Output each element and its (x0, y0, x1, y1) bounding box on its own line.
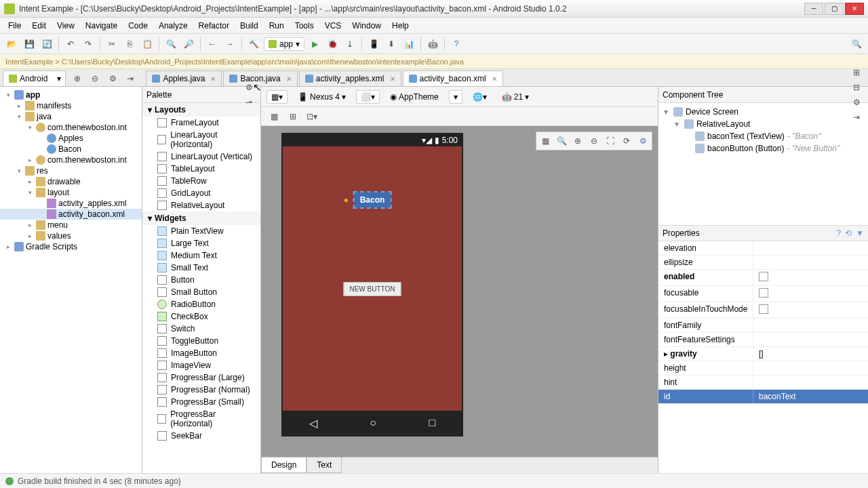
forward-icon[interactable]: → (222, 37, 237, 52)
zoom-fit-icon[interactable]: ⛶ (603, 134, 618, 148)
menu-edit[interactable]: Edit (26, 19, 52, 33)
palette-small-text[interactable]: Small Text (142, 262, 260, 274)
zoom-in-icon[interactable]: ⊕ (570, 134, 585, 148)
activity-select[interactable]: ▾ (449, 90, 462, 104)
recent-nav-icon[interactable]: □ (429, 417, 436, 429)
collapse-all-icon[interactable]: ⊟ (849, 80, 864, 95)
prop-enabled[interactable]: enabled (658, 270, 868, 286)
project-pane[interactable]: ▾app▸manifests▾java▾com.thenewboston.int… (0, 87, 142, 473)
make-icon[interactable]: 🔨 (246, 37, 261, 52)
avd-icon[interactable]: 📱 (366, 37, 381, 52)
prop-fontFeatureSettings[interactable]: fontFeatureSettings (658, 333, 868, 347)
palette-progressbar-large-[interactable]: ProgressBar (Large) (142, 371, 260, 384)
checkbox-icon[interactable] (759, 288, 768, 298)
palette-switch[interactable]: Switch (142, 323, 260, 335)
gear-icon[interactable]: ⚙ (105, 71, 120, 86)
palette-checkbox[interactable]: CheckBox (142, 310, 260, 323)
tree-layout[interactable]: ▾layout (0, 187, 142, 198)
palette-small-button[interactable]: Small Button (142, 286, 260, 298)
menu-vcs[interactable]: VCS (319, 19, 347, 33)
minimize-button[interactable]: ─ (804, 3, 823, 15)
prop-focusable[interactable]: focusable (658, 286, 868, 302)
back-icon[interactable]: ← (205, 37, 220, 52)
restore-icon[interactable]: ⟲ (845, 228, 852, 238)
hide-icon[interactable]: ⇥ (123, 71, 138, 86)
menu-tools[interactable]: Tools (290, 19, 319, 33)
expand-icon[interactable]: ⊕ (70, 71, 85, 86)
palette-seekbar[interactable]: SeekBar (142, 430, 260, 442)
collapse-icon[interactable]: ⊖ (87, 71, 102, 86)
palette-progressbar-small-[interactable]: ProgressBar (Small) (142, 396, 260, 408)
ct-baconText-TextView-[interactable]: baconText (TextView) - "Bacon" (661, 130, 865, 142)
prop-elevation[interactable]: elevation (658, 241, 868, 256)
design-canvas[interactable]: ▦ 🔍 ⊕ ⊖ ⛶ ⟳ ⚙ ▾◢ ▮ 5:00 Bacon NEW BUTTON (261, 126, 658, 457)
palette-progressbar-normal-[interactable]: ProgressBar (Normal) (142, 384, 260, 396)
palette-progressbar-horizontal-[interactable]: ProgressBar (Horizontal) (142, 408, 260, 430)
close-icon[interactable]: ✕ (286, 75, 292, 83)
palette-medium-text[interactable]: Medium Text (142, 249, 260, 262)
tree-app[interactable]: ▾app (0, 89, 142, 100)
checkbox-icon[interactable] (759, 272, 768, 281)
new-button-widget[interactable]: NEW BUTTON (343, 282, 401, 296)
menu-help[interactable]: Help (387, 19, 414, 33)
close-icon[interactable]: ✕ (492, 75, 497, 83)
tree-manifests[interactable]: ▸manifests (0, 100, 142, 111)
prop-height[interactable]: height (658, 361, 868, 375)
maximize-button[interactable]: ▢ (825, 3, 844, 15)
redo-icon[interactable]: ↷ (81, 37, 96, 52)
config-icon[interactable]: ⊡▾ (304, 109, 319, 124)
settings-icon[interactable]: ⚙ (635, 134, 650, 148)
app-surface[interactable]: Bacon NEW BUTTON (283, 146, 462, 411)
run-icon[interactable]: ▶ (307, 37, 322, 52)
menu-refactor[interactable]: Refactor (193, 19, 235, 33)
replace-icon[interactable]: 🔎 (181, 37, 196, 52)
palette-tablelayout[interactable]: TableLayout (142, 163, 260, 175)
menu-analyze[interactable]: Analyze (153, 19, 193, 33)
theme-select[interactable]: ◉ AppTheme (385, 90, 443, 104)
gear-icon[interactable]: ⚙ (241, 80, 256, 95)
sdk-icon[interactable]: ⬇ (384, 37, 399, 52)
home-nav-icon[interactable]: ○ (370, 417, 376, 429)
menu-code[interactable]: Code (123, 19, 153, 33)
tree-menu[interactable]: ▸menu (0, 220, 142, 230)
breadcrumb[interactable]: IntentExample > C:\Users\Bucky\Desktop\A… (0, 54, 868, 69)
prop-ellipsize[interactable]: ellipsize (658, 256, 868, 270)
orientation-select[interactable]: ⬜▾ (356, 90, 380, 104)
tree-java[interactable]: ▾java (0, 111, 142, 122)
prop-id[interactable]: idbaconText (658, 390, 868, 404)
tree-Apples[interactable]: Apples (0, 133, 142, 144)
paste-icon[interactable]: 📋 (140, 37, 155, 52)
filter-icon[interactable]: ▼ (856, 228, 864, 238)
tree-drawable[interactable]: ▸drawable (0, 176, 142, 187)
palette-togglebutton[interactable]: ToggleButton (142, 335, 260, 347)
palette-imagebutton[interactable]: ImageButton (142, 347, 260, 359)
zoom-out-icon[interactable]: ⊖ (587, 134, 601, 148)
tab-Apples-java[interactable]: Apples.java✕ (146, 70, 222, 86)
copy-icon[interactable]: ⎘ (122, 37, 137, 52)
save-icon[interactable]: 💾 (22, 37, 37, 52)
help-icon[interactable]: ? (836, 228, 841, 238)
sync-icon[interactable]: 🔄 (39, 37, 54, 52)
palette-group-layouts[interactable]: ▾ Layouts (142, 103, 260, 117)
android-tool-icon[interactable]: 🤖 (425, 37, 440, 52)
menu-view[interactable]: View (52, 19, 80, 33)
tab-activity_apples-xml[interactable]: activity_apples.xml✕ (299, 70, 401, 86)
select-mode-icon[interactable]: ▦ (538, 134, 553, 148)
tree-values[interactable]: ▸values (0, 230, 142, 241)
search-icon[interactable]: 🔍 (849, 37, 864, 52)
palette-plain-textview[interactable]: Plain TextView (142, 225, 260, 237)
ct-Device-Screen[interactable]: ▾Device Screen (661, 106, 865, 118)
locale-select[interactable]: 🌐▾ (468, 90, 492, 104)
toggle-icon[interactable]: ⊞ (285, 109, 300, 124)
open-icon[interactable]: 📂 (4, 37, 19, 52)
palette-tablerow[interactable]: TableRow (142, 175, 260, 187)
ct-RelativeLayout[interactable]: ▾RelativeLayout (661, 118, 865, 130)
run-config-select[interactable]: app ▾ (264, 37, 304, 51)
menu-build[interactable]: Build (235, 19, 264, 33)
tab-Bacon-java[interactable]: Bacon.java✕ (223, 70, 297, 86)
palette-large-text[interactable]: Large Text (142, 237, 260, 249)
bacon-text-widget[interactable]: Bacon (355, 192, 391, 207)
tab-text[interactable]: Text (307, 458, 342, 473)
attach-icon[interactable]: ⤓ (342, 37, 357, 52)
palette-relativelayout[interactable]: RelativeLayout (142, 199, 260, 211)
